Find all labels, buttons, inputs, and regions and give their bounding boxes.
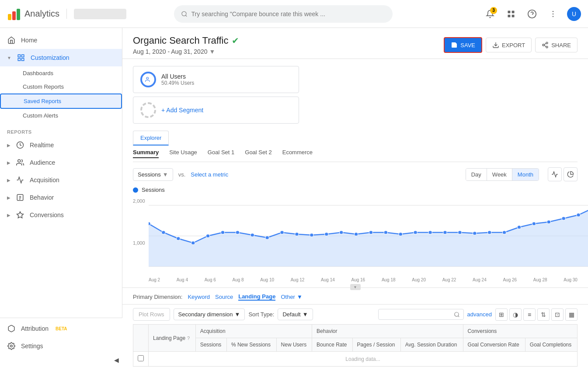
search-bar[interactable] [174, 5, 393, 23]
svg-point-28 [543, 44, 544, 46]
sidebar-item-saved-reports[interactable]: Saved Reports [0, 93, 122, 109]
x-label: Aug 4 [177, 277, 188, 282]
grid-icon [507, 10, 515, 18]
sidebar-item-dashboards[interactable]: Dashboards [0, 66, 122, 80]
behavior-icon [16, 193, 24, 202]
dim-other[interactable]: Other ▼ [281, 294, 302, 300]
table-header-group-row: Landing Page ? Acquisition Behavior Conv… [133, 325, 578, 338]
apps-button[interactable] [504, 7, 518, 21]
svg-point-19 [18, 159, 21, 162]
table-bar-view[interactable]: ▦ [565, 308, 578, 321]
secondary-dimension-select[interactable]: Secondary dimension ▼ [174, 308, 245, 320]
week-button[interactable]: Week [487, 169, 512, 180]
sidebar-item-behavior[interactable]: ▶ Behavior [0, 189, 122, 206]
more-options-button[interactable] [546, 7, 560, 21]
customization-label: Customization [31, 54, 70, 61]
x-label: Aug 28 [533, 277, 547, 282]
svg-point-62 [532, 222, 536, 225]
help-button[interactable] [525, 7, 539, 21]
save-button[interactable]: SAVE [444, 37, 482, 53]
svg-point-58 [473, 232, 477, 235]
sidebar-item-customization[interactable]: ▼ Customization [0, 49, 122, 66]
sort-type-label: Sort Type: [248, 311, 274, 318]
chart-scroll-indicator[interactable]: ▼ [133, 284, 578, 290]
line-chart-button[interactable] [548, 167, 562, 181]
svg-point-12 [553, 13, 554, 14]
sidebar-item-acquisition[interactable]: ▶ Acquisition [0, 171, 122, 189]
segment-pct: 50.49% Users [161, 80, 194, 86]
table-pivot-view[interactable]: ⊡ [551, 308, 564, 321]
table-row: Loading data... [133, 352, 578, 367]
x-label: Aug 20 [412, 277, 426, 282]
advanced-link[interactable]: advanced [467, 311, 492, 318]
table-view-buttons: ⊞ ◑ ≡ ⇅ ⊡ ▦ [495, 308, 578, 321]
sidebar-item-settings[interactable]: Settings [0, 337, 122, 355]
sidebar-item-custom-reports[interactable]: Custom Reports [0, 80, 122, 93]
dim-keyword[interactable]: Keyword [188, 294, 210, 300]
explorer-tab[interactable]: Explorer [133, 131, 169, 145]
analytics-logo-icon [7, 7, 21, 21]
sidebar-collapse-button[interactable]: ◀ [114, 357, 119, 364]
subtab-summary[interactable]: Summary [133, 149, 159, 158]
behavior-header-label: Behavior [317, 328, 337, 334]
sidebar-item-conversions[interactable]: ▶ Conversions [0, 206, 122, 224]
svg-point-65 [577, 213, 580, 217]
table-list-view[interactable]: ≡ [523, 308, 536, 321]
page-title-row: Organic Search Traffic ✔ [133, 35, 239, 46]
chart-container: 2,000 1,000 [133, 197, 578, 284]
legend-label: Sessions [142, 187, 165, 193]
avatar[interactable]: U [567, 7, 581, 21]
pages-session-col-header: Pages / Session [352, 338, 400, 352]
segment-add-card[interactable]: + Add Segment [133, 97, 299, 124]
svg-point-39 [191, 241, 195, 245]
month-button[interactable]: Month [512, 169, 539, 180]
metric-select[interactable]: Sessions ▼ [133, 168, 173, 181]
table-search-input[interactable] [382, 311, 452, 318]
table-pie-view[interactable]: ◑ [509, 308, 522, 321]
data-table: Landing Page ? Acquisition Behavior Conv… [133, 324, 578, 367]
account-selector[interactable] [74, 9, 126, 19]
subtab-site-usage[interactable]: Site Usage [169, 149, 197, 158]
subtab-goal-set-2[interactable]: Goal Set 2 [245, 149, 271, 158]
table-search-box[interactable] [378, 309, 464, 320]
dim-landing-page[interactable]: Landing Page [238, 293, 275, 301]
behavior-group-header: Behavior [312, 325, 463, 338]
subtab-goal-set-1[interactable]: Goal Set 1 [208, 149, 234, 158]
chart-controls: Sessions ▼ vs. Select a metric Day Week … [122, 162, 588, 185]
beta-badge: BETA [56, 326, 67, 331]
landing-page-help-icon[interactable]: ? [187, 336, 190, 341]
x-label: Aug 12 [291, 277, 305, 282]
table-grid-view[interactable]: ⊞ [495, 308, 508, 321]
svg-point-43 [251, 233, 254, 237]
sidebar-item-realtime[interactable]: ▶ Realtime [0, 136, 122, 154]
export-label: EXPORT [502, 42, 525, 48]
day-button[interactable]: Day [466, 169, 487, 180]
export-button[interactable]: EXPORT [486, 38, 532, 52]
chevron-right-icon-3: ▶ [7, 178, 10, 183]
notifications-button[interactable]: 3 [483, 7, 497, 21]
conversions-group-header: Conversions [463, 325, 577, 338]
table-search-icon[interactable] [454, 312, 460, 318]
svg-point-45 [280, 231, 284, 234]
table-sort-view[interactable]: ⇅ [537, 308, 550, 321]
share-button[interactable]: SHARE [535, 38, 578, 52]
page-title: Organic Search Traffic [133, 35, 228, 46]
chevron-right-icon-4: ▶ [7, 195, 10, 200]
table-header: Landing Page ? Acquisition Behavior Conv… [133, 325, 578, 352]
pie-chart-button[interactable] [564, 167, 578, 181]
sidebar-item-audience[interactable]: ▶ Audience [0, 154, 122, 171]
search-input[interactable] [191, 10, 386, 17]
sort-type-select[interactable]: Default ▼ [278, 308, 313, 320]
sidebar-item-home[interactable]: Home [0, 31, 122, 49]
sidebar-item-attribution[interactable]: Attribution BETA [0, 320, 122, 337]
segment-info: All Users 50.49% Users [161, 73, 194, 86]
sidebar-item-custom-alerts[interactable]: Custom Alerts [0, 109, 122, 122]
row-checkbox-cell[interactable] [133, 352, 149, 367]
select-metric-link[interactable]: Select a metric [191, 171, 228, 178]
date-range-selector[interactable]: Aug 1, 2020 - Aug 31, 2020 ▼ [133, 48, 239, 55]
share-icon [542, 42, 549, 48]
dim-source[interactable]: Source [215, 294, 233, 300]
plot-rows-button[interactable]: Plot Rows [133, 308, 170, 321]
chevron-right-icon-2: ▶ [7, 160, 10, 165]
subtab-ecommerce[interactable]: Ecommerce [282, 149, 313, 158]
